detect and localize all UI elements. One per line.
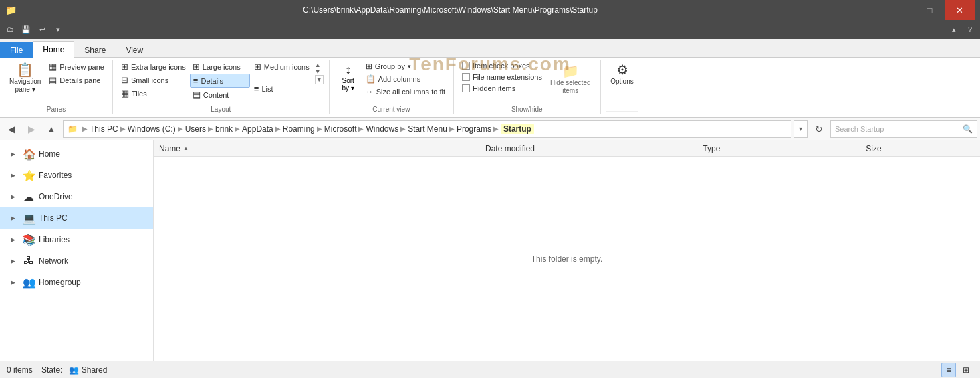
sidebar-item-homegroup[interactable]: ▶ 👥 Homegroup (0, 272, 153, 293)
sort-arrow: ▲ (183, 145, 189, 151)
breadcrumb-sep-6: ▶ (317, 125, 322, 132)
tiles-icon: ▦ (121, 88, 129, 98)
hide-selected-button[interactable]: 📁 Hide selecteditems (546, 60, 595, 98)
thispc-label: This PC (39, 213, 68, 223)
hide-selected-icon: 📁 (562, 63, 579, 79)
close-button[interactable]: ✕ (945, 0, 975, 20)
maximize-button[interactable]: □ (914, 0, 945, 20)
search-icon[interactable]: 🔍 (963, 124, 973, 134)
breadcrumb-microsoft[interactable]: Microsoft (324, 124, 357, 134)
item-checkboxes-checkbox (462, 62, 470, 70)
tab-file[interactable]: File (0, 42, 33, 58)
home-expand-icon: ▶ (11, 151, 19, 157)
sidebar-item-thispc[interactable]: ▶ 💻 This PC (0, 207, 153, 229)
breadcrumb-current[interactable]: Startup (501, 124, 534, 134)
content-button[interactable]: ▤ Content (190, 88, 250, 101)
small-icons-button[interactable]: ⊟ Small icons (118, 74, 189, 86)
column-type[interactable]: Type (703, 144, 866, 153)
layout-scroll-controls: ⊞ Medium icons ≡ List (251, 60, 312, 95)
size-all-button[interactable]: ↔ Size all columns to fit (363, 86, 448, 98)
favorites-expand-icon: ▶ (11, 172, 19, 179)
options-icon: ⚙ (616, 63, 628, 76)
breadcrumb-roaming[interactable]: Roaming (283, 124, 315, 134)
ribbon-group-options: ⚙ Options (601, 60, 644, 114)
hidden-items-button[interactable]: Hidden items (459, 83, 545, 94)
qa-save-icon[interactable]: 💾 (19, 22, 33, 37)
items-count-label: 0 items (7, 365, 33, 375)
preview-pane-button[interactable]: ▦ Preview pane (46, 60, 107, 73)
status-bar: 0 items State: 👥 Shared ≡ ⊞ (0, 361, 980, 378)
large-icons-button[interactable]: ⊞ Large icons (190, 60, 250, 73)
column-date[interactable]: Date modified (485, 144, 703, 153)
address-bar: ◀ ▶ ▲ 📁 ▶ This PC ▶ Windows (C:) ▶ Users… (0, 118, 980, 140)
breadcrumb-users[interactable]: Users (185, 124, 206, 134)
breadcrumb[interactable]: 📁 ▶ This PC ▶ Windows (C:) ▶ Users ▶ bri… (63, 120, 791, 138)
qa-dropdown-icon[interactable]: ▾ (51, 22, 66, 37)
size-all-icon: ↔ (366, 87, 374, 96)
state-icon: 👥 (69, 365, 79, 375)
column-name[interactable]: Name ▲ (159, 144, 485, 153)
search-box[interactable]: Search Startup 🔍 (830, 120, 977, 138)
favorites-label: Favorites (39, 171, 72, 180)
small-icons-icon: ⊟ (121, 75, 128, 85)
breadcrumb-appdata[interactable]: AppData (242, 124, 273, 134)
details-button[interactable]: ≡ Details (190, 74, 250, 88)
medium-icons-button[interactable]: ⊞ Medium icons (251, 60, 312, 73)
group-by-button[interactable]: ⊞ Group by ▾ (363, 60, 448, 72)
tiles-label: Tiles (132, 90, 147, 98)
hidden-items-checkbox (462, 84, 470, 92)
options-button[interactable]: ⚙ Options (606, 60, 638, 88)
minimize-button[interactable]: — (884, 0, 914, 20)
help-icon[interactable]: ? (963, 22, 977, 37)
state-label: State: (41, 365, 62, 375)
sort-by-button[interactable]: ↕ Sortby ▾ (335, 60, 362, 94)
qa-folder-icon[interactable]: 🗂 (3, 22, 17, 37)
list-button[interactable]: ≡ List (251, 82, 312, 95)
sidebar-item-network[interactable]: ▶ 🖧 Network (0, 250, 153, 272)
column-size[interactable]: Size (866, 144, 975, 153)
breadcrumb-startmenu[interactable]: Start Menu (408, 124, 447, 134)
libraries-label: Libraries (39, 235, 70, 244)
tab-home[interactable]: Home (33, 41, 74, 58)
add-columns-label: Add columns (378, 75, 421, 83)
item-checkboxes-button[interactable]: Item check boxes (459, 60, 545, 71)
breadcrumb-programs[interactable]: Programs (457, 124, 491, 134)
large-icon-view-button[interactable]: ⊞ (959, 363, 973, 377)
scroll-up-icon[interactable]: ▲ (315, 62, 324, 68)
extra-large-icons-button[interactable]: ⊞ Extra large icons (118, 60, 189, 73)
navigation-pane-icon: 📋 (17, 63, 33, 76)
details-view-button[interactable]: ≡ (941, 363, 956, 377)
file-name-ext-label: File name extensions (473, 73, 542, 81)
breadcrumb-brink[interactable]: brink (215, 124, 233, 134)
back-button[interactable]: ◀ (3, 120, 20, 138)
tab-share[interactable]: Share (74, 42, 116, 58)
navigation-pane-button[interactable]: 📋 Navigationpane ▾ (5, 60, 45, 96)
ribbon-group-currentview: ↕ Sortby ▾ ⊞ Group by ▾ 📋 Add columns ↔ … (330, 60, 454, 114)
qa-undo-icon[interactable]: ↩ (35, 22, 49, 37)
breadcrumb-sep-9: ▶ (449, 125, 455, 132)
breadcrumb-windows2[interactable]: Windows (366, 124, 398, 134)
refresh-button[interactable]: ↻ (810, 120, 828, 138)
forward-button[interactable]: ▶ (23, 120, 40, 138)
panes-group-label: Panes (5, 104, 107, 114)
details-pane-button[interactable]: ▤ Details pane (46, 74, 107, 86)
onedrive-icon: ☁ (23, 191, 35, 203)
layout-dropdown-icon[interactable]: ▼ (315, 75, 324, 84)
search-placeholder: Search Startup (835, 125, 960, 133)
add-columns-button[interactable]: 📋 Add columns (363, 73, 448, 85)
sidebar-item-onedrive[interactable]: ▶ ☁ OneDrive (0, 186, 153, 207)
file-name-ext-button[interactable]: File name extensions (459, 72, 545, 82)
breadcrumb-thispc[interactable]: This PC (90, 124, 118, 134)
up-button[interactable]: ▲ (43, 120, 60, 138)
tiles-button[interactable]: ▦ Tiles (118, 87, 189, 100)
tab-view[interactable]: View (116, 42, 153, 58)
ribbon-minimize-icon[interactable]: ▴ (947, 22, 961, 37)
sidebar-item-libraries[interactable]: ▶ 📚 Libraries (0, 229, 153, 250)
sidebar-item-home[interactable]: ▶ 🏠 Home (0, 143, 153, 165)
breadcrumb-sep-0: ▶ (82, 125, 88, 132)
thispc-expand-icon: ▶ (11, 215, 19, 221)
sidebar-item-favorites[interactable]: ▶ ⭐ Favorites (0, 165, 153, 186)
scroll-down-icon[interactable]: ▼ (315, 68, 324, 75)
address-dropdown-button[interactable]: ▾ (794, 120, 808, 138)
breadcrumb-windows[interactable]: Windows (C:) (128, 124, 176, 134)
